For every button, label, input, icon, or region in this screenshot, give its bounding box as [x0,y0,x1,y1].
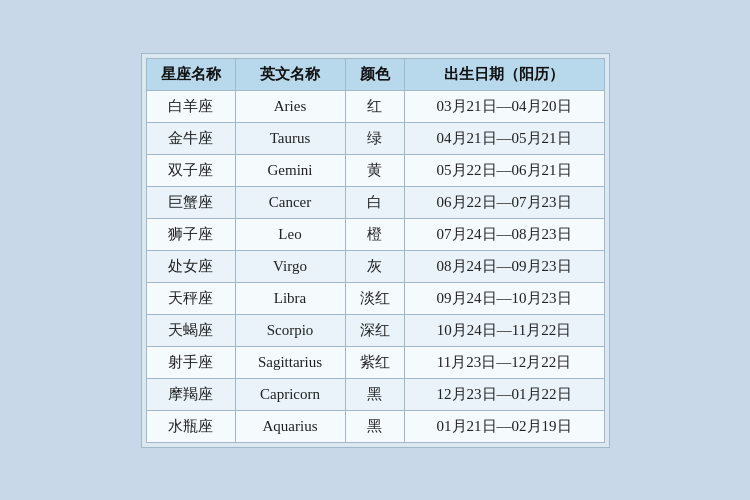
cell-date: 01月21日—02月19日 [404,410,604,442]
cell-english: Aries [235,90,345,122]
cell-date: 09月24日—10月23日 [404,282,604,314]
cell-english: Leo [235,218,345,250]
cell-english: Virgo [235,250,345,282]
zodiac-table: 星座名称 英文名称 颜色 出生日期（阳历） 白羊座Aries红03月21日—04… [146,58,605,443]
cell-color: 灰 [345,250,404,282]
cell-chinese: 天蝎座 [146,314,235,346]
cell-color: 绿 [345,122,404,154]
cell-english: Aquarius [235,410,345,442]
cell-english: Gemini [235,154,345,186]
cell-color: 黑 [345,378,404,410]
cell-color: 黑 [345,410,404,442]
cell-date: 08月24日—09月23日 [404,250,604,282]
cell-color: 黄 [345,154,404,186]
cell-date: 07月24日—08月23日 [404,218,604,250]
cell-chinese: 双子座 [146,154,235,186]
cell-english: Sagittarius [235,346,345,378]
cell-color: 淡红 [345,282,404,314]
table-header-row: 星座名称 英文名称 颜色 出生日期（阳历） [146,58,604,90]
cell-date: 11月23日—12月22日 [404,346,604,378]
cell-chinese: 狮子座 [146,218,235,250]
cell-date: 06月22日—07月23日 [404,186,604,218]
table-row: 双子座Gemini黄05月22日—06月21日 [146,154,604,186]
cell-color: 橙 [345,218,404,250]
cell-english: Capricorn [235,378,345,410]
cell-color: 深红 [345,314,404,346]
cell-chinese: 摩羯座 [146,378,235,410]
table-row: 天蝎座Scorpio深红10月24日—11月22日 [146,314,604,346]
header-date: 出生日期（阳历） [404,58,604,90]
cell-color: 白 [345,186,404,218]
cell-chinese: 射手座 [146,346,235,378]
table-row: 狮子座Leo橙07月24日—08月23日 [146,218,604,250]
table-row: 白羊座Aries红03月21日—04月20日 [146,90,604,122]
table-row: 处女座Virgo灰08月24日—09月23日 [146,250,604,282]
cell-date: 04月21日—05月21日 [404,122,604,154]
cell-chinese: 白羊座 [146,90,235,122]
cell-date: 05月22日—06月21日 [404,154,604,186]
table-row: 金牛座Taurus绿04月21日—05月21日 [146,122,604,154]
cell-chinese: 水瓶座 [146,410,235,442]
table-row: 巨蟹座Cancer白06月22日—07月23日 [146,186,604,218]
zodiac-table-container: 星座名称 英文名称 颜色 出生日期（阳历） 白羊座Aries红03月21日—04… [141,53,610,448]
cell-chinese: 处女座 [146,250,235,282]
cell-color: 红 [345,90,404,122]
table-row: 天秤座Libra淡红09月24日—10月23日 [146,282,604,314]
table-row: 水瓶座Aquarius黑01月21日—02月19日 [146,410,604,442]
cell-chinese: 金牛座 [146,122,235,154]
cell-date: 10月24日—11月22日 [404,314,604,346]
cell-english: Taurus [235,122,345,154]
header-chinese: 星座名称 [146,58,235,90]
table-row: 摩羯座Capricorn黑12月23日—01月22日 [146,378,604,410]
cell-date: 03月21日—04月20日 [404,90,604,122]
cell-color: 紫红 [345,346,404,378]
header-english: 英文名称 [235,58,345,90]
cell-english: Cancer [235,186,345,218]
cell-english: Libra [235,282,345,314]
table-row: 射手座Sagittarius紫红11月23日—12月22日 [146,346,604,378]
cell-chinese: 天秤座 [146,282,235,314]
cell-english: Scorpio [235,314,345,346]
header-color: 颜色 [345,58,404,90]
cell-date: 12月23日—01月22日 [404,378,604,410]
cell-chinese: 巨蟹座 [146,186,235,218]
